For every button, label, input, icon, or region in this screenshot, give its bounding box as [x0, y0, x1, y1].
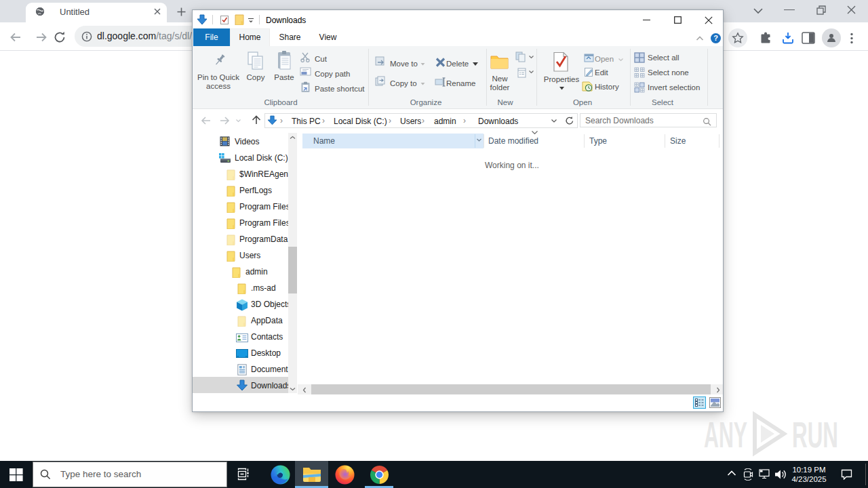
svg-text:ANY: ANY [704, 415, 747, 455]
svg-text:RUN: RUN [792, 415, 838, 455]
